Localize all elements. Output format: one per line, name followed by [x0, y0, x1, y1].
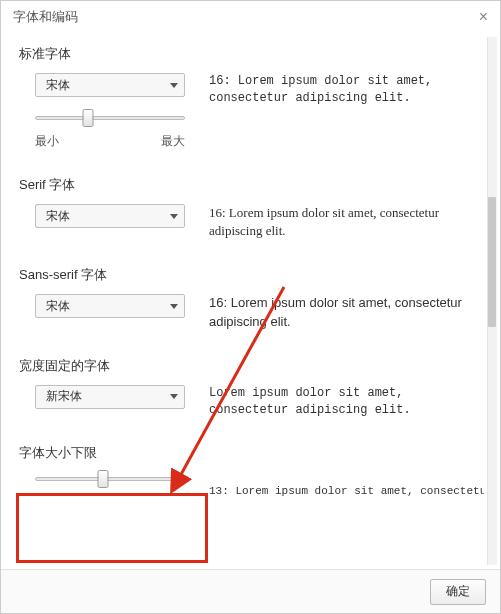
dialog-title: 字体和编码 [13, 8, 78, 26]
slider-thumb[interactable] [97, 470, 108, 488]
sans-font-select[interactable]: 宋体 [35, 294, 185, 318]
slider-min-label: 最小 [35, 133, 59, 150]
dialog-header: 字体和编码 × [1, 1, 500, 33]
section-min-font-size: 字体大小下限 13: Lorem ipsum dolor sit amet, c… [19, 444, 484, 499]
sans-font-sample: 16: Lorem ipsum dolor sit amet, consecte… [209, 266, 484, 330]
fonts-encoding-dialog: 字体和编码 × 标准字体 宋体 最小 最大 [0, 0, 501, 614]
standard-font-selected: 宋体 [46, 77, 70, 94]
min-font-size-slider[interactable] [35, 472, 185, 486]
fixed-font-sample: Lorem ipsum dolor sit amet, consectetur … [209, 357, 484, 419]
fixed-font-selected: 新宋体 [46, 388, 82, 405]
serif-font-select[interactable]: 宋体 [35, 204, 185, 228]
section-standard-font: 标准字体 宋体 最小 最大 16: Lorem ipsum dolor [19, 45, 484, 150]
standard-font-select[interactable]: 宋体 [35, 73, 185, 97]
dialog-footer: 确定 [1, 569, 500, 613]
fixed-font-label: 宽度固定的字体 [19, 357, 209, 375]
standard-font-size-slider[interactable] [35, 111, 185, 125]
scrollbar-thumb[interactable] [488, 197, 496, 327]
chevron-down-icon [170, 214, 178, 219]
chevron-down-icon [170, 83, 178, 88]
serif-font-label: Serif 字体 [19, 176, 209, 194]
section-sans-font: Sans-serif 字体 宋体 16: Lorem ipsum dolor s… [19, 266, 484, 330]
slider-track [35, 477, 185, 481]
sans-font-label: Sans-serif 字体 [19, 266, 209, 284]
sans-font-selected: 宋体 [46, 298, 70, 315]
standard-font-sample: 16: Lorem ipsum dolor sit amet, consecte… [209, 45, 484, 107]
ok-button[interactable]: 确定 [430, 579, 486, 605]
chevron-down-icon [170, 304, 178, 309]
close-icon[interactable]: × [479, 9, 488, 25]
serif-font-sample: 16: Lorem ipsum dolor sit amet, consecte… [209, 176, 484, 240]
serif-font-selected: 宋体 [46, 208, 70, 225]
section-serif-font: Serif 字体 宋体 16: Lorem ipsum dolor sit am… [19, 176, 484, 240]
slider-track [35, 116, 185, 120]
min-font-size-label: 字体大小下限 [19, 444, 209, 462]
section-fixed-font: 宽度固定的字体 新宋体 Lorem ipsum dolor sit amet, … [19, 357, 484, 419]
slider-max-label: 最大 [161, 133, 185, 150]
chevron-down-icon [170, 394, 178, 399]
slider-labels: 最小 最大 [35, 133, 185, 150]
fixed-font-select[interactable]: 新宋体 [35, 385, 185, 409]
vertical-scrollbar[interactable] [486, 37, 498, 565]
standard-font-label: 标准字体 [19, 45, 209, 63]
min-font-size-sample: 13: Lorem ipsum dolor sit amet, consecte… [209, 444, 484, 499]
dialog-body: 标准字体 宋体 最小 最大 16: Lorem ipsum dolor [1, 33, 484, 569]
slider-thumb[interactable] [82, 109, 93, 127]
